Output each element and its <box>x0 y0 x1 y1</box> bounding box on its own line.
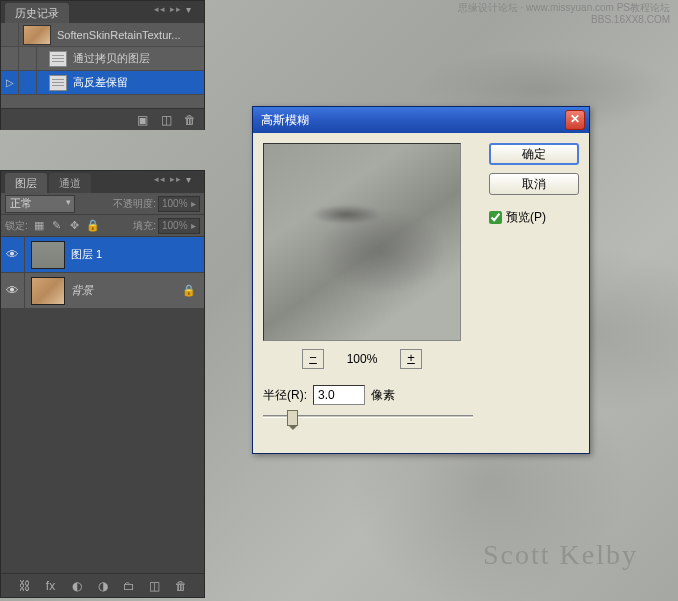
close-button[interactable]: ✕ <box>565 110 585 130</box>
history-panel: 历史记录 ◂◂ ▸▸ SoftenSkinRetainTextur... 通过拷… <box>0 0 205 130</box>
signature-text: Scott Kelby <box>483 539 638 571</box>
ok-button[interactable]: 确定 <box>489 143 579 165</box>
history-source-toggle[interactable]: ▷ <box>1 71 19 94</box>
layers-options-row: 正常 不透明度: 100%▸ <box>1 193 204 215</box>
history-brush-pointer-icon: ▷ <box>6 77 14 88</box>
new-snapshot-icon[interactable]: ◫ <box>158 113 174 127</box>
layers-panel: 图层 通道 ◂◂ ▸▸ 正常 不透明度: 100%▸ 锁定: ▦ ✎ ✥ 🔒 填… <box>0 170 205 598</box>
layers-tabbar: 图层 通道 ◂◂ ▸▸ <box>1 171 204 193</box>
layer-thumb-1[interactable] <box>31 241 65 269</box>
gaussian-blur-dialog: 高斯模糊 ✕ − 100% + 半径(R): 像素 确定 取消 预览(P) <box>252 106 590 454</box>
watermark-line2: BBS.16XX8.COM <box>458 14 670 26</box>
visibility-toggle[interactable]: 👁 <box>1 237 25 272</box>
lock-position-icon[interactable]: ✥ <box>68 219 82 233</box>
highpass-icon <box>49 75 67 91</box>
layer-name-1[interactable]: 图层 1 <box>71 247 102 262</box>
chevron-right-icon: ▸ <box>191 220 196 231</box>
radius-slider[interactable] <box>263 415 473 418</box>
new-layer-icon[interactable]: ◫ <box>147 579 163 593</box>
slider-thumb[interactable] <box>287 410 298 426</box>
layer-mask-icon[interactable]: ◐ <box>69 579 85 593</box>
group-icon[interactable]: 🗀 <box>121 579 137 593</box>
history-step1-col2 <box>19 47 37 70</box>
history-snapshot-row[interactable]: SoftenSkinRetainTextur... <box>1 23 204 47</box>
layer-style-icon[interactable]: fx <box>43 579 59 593</box>
dialog-titlebar[interactable]: 高斯模糊 ✕ <box>253 107 589 133</box>
layer-row-background[interactable]: 👁 背景 🔒 <box>1 273 204 309</box>
dialog-title: 高斯模糊 <box>261 112 565 129</box>
zoom-out-button[interactable]: − <box>302 349 324 369</box>
panel-grip-icon: ◂◂ ▸▸ <box>154 4 182 14</box>
zoom-row: − 100% + <box>263 349 461 369</box>
layer-name-bg[interactable]: 背景 <box>71 283 93 298</box>
watermark-line1: 思缘设计论坛 · www.missyuan.com PS教程论坛 <box>458 2 670 14</box>
radius-label: 半径(R): <box>263 387 307 404</box>
panel-menu-icon[interactable] <box>186 173 200 187</box>
fill-input[interactable]: 100%▸ <box>158 218 200 234</box>
history-step2-label: 高反差保留 <box>71 75 204 90</box>
preview-checkbox-label: 预览(P) <box>506 209 546 226</box>
dialog-body: − 100% + 半径(R): 像素 确定 取消 预览(P) <box>253 133 589 453</box>
layers-footer: ⛓ fx ◐ ◑ 🗀 ◫ 🗑 <box>1 573 204 597</box>
history-step-1[interactable]: 通过拷贝的图层 <box>1 47 204 71</box>
lock-row: 锁定: ▦ ✎ ✥ 🔒 填充: 100%▸ <box>1 215 204 237</box>
history-footer: ▣ ◫ 🗑 <box>1 108 204 130</box>
lock-all-icon[interactable]: 🔒 <box>86 219 100 233</box>
preview-checkbox-input[interactable] <box>489 211 502 224</box>
blend-mode-select[interactable]: 正常 <box>5 195 75 213</box>
history-step2-col2 <box>19 71 37 94</box>
zoom-in-button[interactable]: + <box>400 349 422 369</box>
adjustment-layer-icon[interactable]: ◑ <box>95 579 111 593</box>
history-step1-col1 <box>1 47 19 70</box>
history-list: SoftenSkinRetainTextur... 通过拷贝的图层 ▷ 高反差保… <box>1 23 204 108</box>
layers-list: 👁 图层 1 👁 背景 🔒 <box>1 237 204 573</box>
layer-row-1[interactable]: 👁 图层 1 <box>1 237 204 273</box>
eye-icon: 👁 <box>6 283 19 298</box>
history-snapshot-label: SoftenSkinRetainTextur... <box>55 29 204 41</box>
visibility-toggle[interactable]: 👁 <box>1 273 25 308</box>
history-step1-label: 通过拷贝的图层 <box>71 51 204 66</box>
preview-box[interactable] <box>263 143 461 341</box>
chevron-right-icon: ▸ <box>191 198 196 209</box>
tab-channels[interactable]: 通道 <box>49 173 91 193</box>
radius-unit: 像素 <box>371 387 395 404</box>
opacity-input[interactable]: 100%▸ <box>158 196 200 212</box>
opacity-label: 不透明度: <box>113 197 156 211</box>
history-tabbar: 历史记录 ◂◂ ▸▸ <box>1 1 204 23</box>
link-layers-icon[interactable]: ⛓ <box>17 579 33 593</box>
radius-row: 半径(R): 像素 <box>263 385 579 405</box>
preview-checkbox[interactable]: 预览(P) <box>489 209 579 226</box>
panel-grip-icon: ◂◂ ▸▸ <box>154 174 182 184</box>
new-document-from-state-icon[interactable]: ▣ <box>134 113 150 127</box>
history-snapshot-marker <box>1 23 19 46</box>
delete-layer-icon[interactable]: 🗑 <box>173 579 189 593</box>
history-snapshot-thumb <box>23 25 51 45</box>
lock-transparency-icon[interactable]: ▦ <box>32 219 46 233</box>
fill-label: 填充: <box>133 219 156 233</box>
lock-label: 锁定: <box>5 219 28 233</box>
lock-icon: 🔒 <box>182 284 196 297</box>
watermark: 思缘设计论坛 · www.missyuan.com PS教程论坛 BBS.16X… <box>458 2 670 26</box>
delete-state-icon[interactable]: 🗑 <box>182 113 198 127</box>
history-step-2[interactable]: ▷ 高反差保留 <box>1 71 204 95</box>
cancel-button[interactable]: 取消 <box>489 173 579 195</box>
layer-copy-icon <box>49 51 67 67</box>
tab-layers[interactable]: 图层 <box>5 173 47 193</box>
radius-input[interactable] <box>313 385 365 405</box>
tab-history[interactable]: 历史记录 <box>5 3 69 23</box>
layer-thumb-bg[interactable] <box>31 277 65 305</box>
eye-icon: 👁 <box>6 247 19 262</box>
zoom-percent: 100% <box>342 352 382 366</box>
lock-pixels-icon[interactable]: ✎ <box>50 219 64 233</box>
dialog-buttons: 确定 取消 预览(P) <box>489 143 579 226</box>
panel-menu-icon[interactable] <box>186 3 200 17</box>
